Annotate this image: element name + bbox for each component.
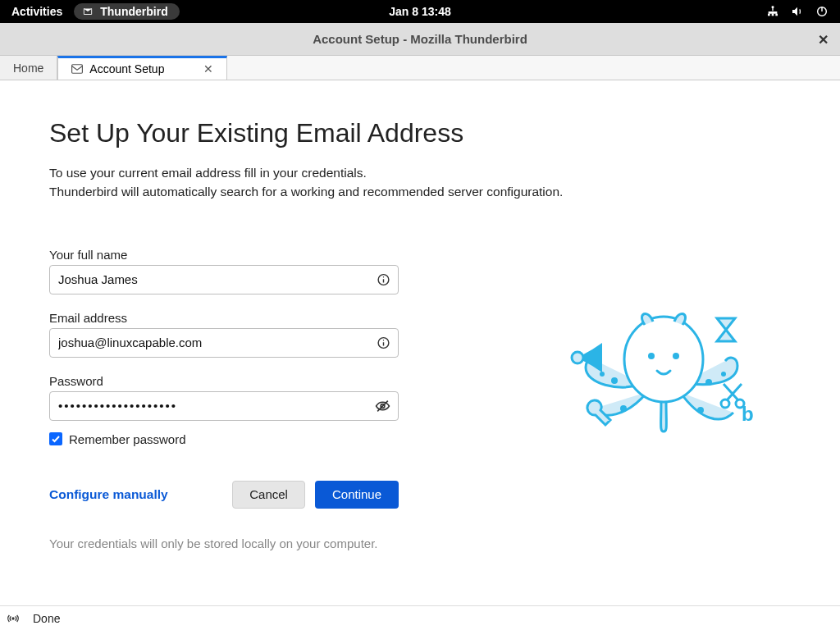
octopus-illustration: b xyxy=(569,285,758,441)
svg-rect-6 xyxy=(72,65,83,74)
app-name: Thunderbird xyxy=(100,5,167,18)
svg-line-22 xyxy=(724,384,738,400)
svg-rect-3 xyxy=(775,14,778,16)
svg-rect-2 xyxy=(772,14,774,16)
remember-password-label: Remember password xyxy=(69,432,186,446)
account-setup-icon xyxy=(71,64,83,74)
activities-button[interactable]: Activities xyxy=(11,5,62,18)
broadcast-icon[interactable] xyxy=(7,612,20,625)
status-text: Done xyxy=(33,612,60,625)
configure-manually-link[interactable]: Configure manually xyxy=(49,487,168,502)
thunderbird-icon xyxy=(82,6,94,17)
tab-home-label: Home xyxy=(13,62,43,75)
window-close-button[interactable]: ✕ xyxy=(818,31,829,47)
svg-point-30 xyxy=(12,618,14,619)
credentials-footnote: Your credentials will only be stored loc… xyxy=(49,536,840,550)
svg-point-28 xyxy=(620,405,627,412)
svg-point-9 xyxy=(383,276,384,277)
app-indicator[interactable]: Thunderbird xyxy=(74,3,179,20)
svg-rect-0 xyxy=(772,6,774,8)
volume-icon[interactable] xyxy=(791,5,804,18)
svg-point-16 xyxy=(648,353,655,359)
remember-password-checkbox[interactable] xyxy=(49,432,62,445)
toggle-visibility-icon[interactable] xyxy=(375,398,390,413)
tab-strip: Home Account Setup ✕ xyxy=(0,56,840,80)
window-title-bar: Account Setup - Mozilla Thunderbird ✕ xyxy=(0,23,840,56)
status-bar: Done xyxy=(0,605,840,630)
svg-point-25 xyxy=(600,372,605,377)
account-setup-page: Set Up Your Existing Email Address To us… xyxy=(0,80,840,605)
full-name-label: Your full name xyxy=(49,248,399,262)
svg-point-27 xyxy=(721,372,726,377)
svg-text:b: b xyxy=(742,403,754,425)
tab-account-setup-label: Account Setup xyxy=(89,62,164,75)
email-input[interactable] xyxy=(49,328,399,358)
svg-line-21 xyxy=(727,384,742,400)
info-icon[interactable] xyxy=(377,336,390,349)
cancel-button[interactable]: Cancel xyxy=(232,481,305,509)
svg-point-29 xyxy=(697,407,704,413)
account-form: Your full name Email address Password xyxy=(49,248,399,446)
tab-home[interactable]: Home xyxy=(0,56,57,80)
tab-close-icon[interactable]: ✕ xyxy=(203,62,213,75)
gnome-top-bar: Activities Thunderbird Jan 8 13:48 xyxy=(0,0,840,23)
svg-point-18 xyxy=(572,352,583,363)
password-input[interactable] xyxy=(49,391,399,421)
svg-point-15 xyxy=(624,317,703,402)
clock[interactable]: Jan 8 13:48 xyxy=(389,5,451,18)
continue-button[interactable]: Continue xyxy=(315,481,399,509)
svg-point-24 xyxy=(611,377,618,384)
svg-rect-1 xyxy=(768,14,770,16)
svg-point-17 xyxy=(673,353,679,359)
svg-point-12 xyxy=(383,340,384,340)
page-blurb-line2: Thunderbird will automatically search fo… xyxy=(49,182,840,201)
password-label: Password xyxy=(49,374,399,388)
page-heading: Set Up Your Existing Email Address xyxy=(49,118,840,148)
network-icon[interactable] xyxy=(766,5,779,18)
email-label: Email address xyxy=(49,311,399,325)
info-icon[interactable] xyxy=(377,272,390,286)
window-title: Account Setup - Mozilla Thunderbird xyxy=(313,32,527,46)
tab-account-setup[interactable]: Account Setup ✕ xyxy=(57,56,227,80)
page-blurb-line1: To use your current email address fill i… xyxy=(49,163,840,182)
power-icon[interactable] xyxy=(815,5,829,18)
full-name-input[interactable] xyxy=(49,265,399,294)
svg-point-26 xyxy=(705,379,712,386)
